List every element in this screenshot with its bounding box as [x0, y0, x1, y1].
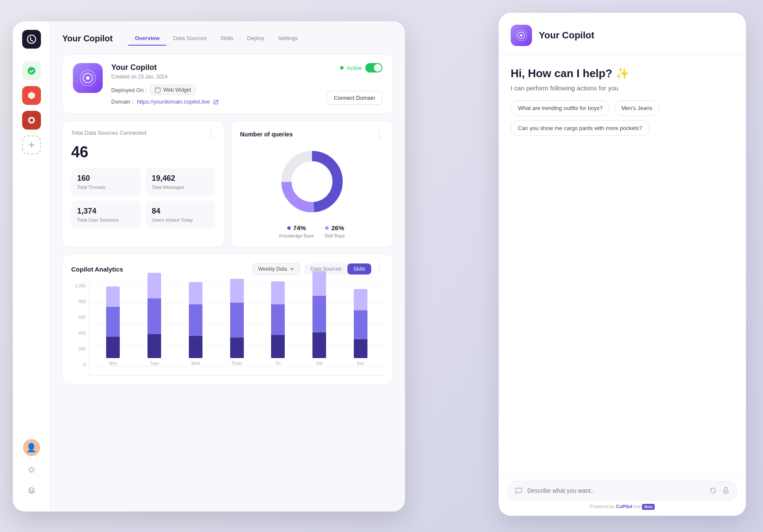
- sidebar: 👤: [13, 21, 50, 512]
- bar-seg-thurs-mid: [230, 303, 244, 338]
- stat-sub-label-messages: Total Messages: [152, 185, 209, 190]
- bar-seg-sat-mid: [312, 296, 326, 332]
- bar-label-mon: Mon: [109, 361, 117, 366]
- bar-seg-mon-mid: [106, 307, 120, 337]
- stats-grid: Total Data Sources Connected ⋮ 46 160 To…: [62, 121, 393, 247]
- weekly-dropdown[interactable]: Weekly Data: [252, 263, 300, 275]
- stat-sub-threads: 160 Total Threads: [71, 168, 141, 196]
- chat-header: Your Copilot: [499, 13, 746, 55]
- bar-group-fri: Fri: [259, 282, 298, 358]
- stat-sub-visitors: 84 Users Visited Today: [146, 201, 215, 228]
- web-widget-badge: Web Widget: [150, 85, 196, 95]
- chip-cargo-pants[interactable]: Can you show me cargo pants with more po…: [511, 120, 649, 136]
- stat-card-menu[interactable]: ⋮: [207, 130, 215, 139]
- brand-name: CoPilot: [616, 504, 633, 509]
- nav-tabs: Overview Data Sources Skills Deploy Sett…: [128, 32, 305, 46]
- legend-skill-base: 26% Skill Base: [324, 224, 345, 238]
- svg-point-3: [30, 468, 33, 471]
- tab-deploy[interactable]: Deploy: [240, 32, 271, 46]
- queries-donut-card: Number of queries ⋮: [231, 121, 393, 247]
- chart-area: Mon Tues: [89, 282, 384, 376]
- legend-dot-sb: [325, 226, 329, 230]
- sidebar-item-app3[interactable]: [22, 111, 41, 130]
- svg-point-12: [520, 34, 523, 37]
- connect-domain-button[interactable]: Connect Domain: [327, 91, 382, 105]
- tab-settings[interactable]: Settings: [271, 32, 305, 46]
- stat-sub-sessions: 1,374 Total User Sessions: [71, 201, 141, 228]
- weekly-label: Weekly Data: [258, 266, 287, 272]
- tab-data-sources[interactable]: Data Sources: [166, 32, 214, 46]
- bar-seg-thurs-top: [230, 279, 244, 303]
- svg-point-0: [28, 67, 35, 75]
- domain-label: Domain :: [111, 98, 133, 105]
- legend-label-sb: Skill Base: [324, 233, 345, 238]
- sidebar-item-app2[interactable]: [22, 86, 41, 105]
- bar-stack-mon: [106, 286, 120, 358]
- tab-overview[interactable]: Overview: [128, 32, 167, 46]
- active-toggle[interactable]: [365, 63, 382, 72]
- chip-mens-jeans[interactable]: Men's Jeans: [614, 100, 660, 116]
- y-axis: 1,000 800 600 400 200 0: [71, 282, 89, 376]
- bar-label-sat: Sat: [316, 361, 322, 366]
- settings-icon-button[interactable]: [24, 483, 39, 499]
- y-label-1000: 1,000: [75, 283, 86, 288]
- active-label: Active: [347, 65, 362, 71]
- bar-seg-sun-mid: [354, 310, 367, 339]
- bar-stack-sun: [354, 289, 367, 358]
- mic-icon[interactable]: [722, 486, 730, 495]
- bar-seg-mon-top: [106, 286, 120, 307]
- donut-title: Number of queries: [240, 131, 293, 138]
- app-logo: [22, 30, 41, 49]
- suggestion-chips: What are trending outfits for boys? Men'…: [511, 100, 734, 136]
- bar-stack-wed: [189, 282, 202, 358]
- chat-input-field[interactable]: [527, 487, 705, 494]
- stat-sub-grid: 160 Total Threads 19,462 Total Messages …: [71, 168, 215, 228]
- tab-skills[interactable]: Skills: [214, 32, 240, 46]
- deployed-label: Deployed On :: [111, 87, 147, 93]
- external-link-icon: [213, 99, 219, 105]
- tab-skills-analytics[interactable]: Skills: [347, 263, 371, 275]
- active-dot: [340, 66, 344, 69]
- main-content: Your Copilot Overview Data Sources Skill…: [50, 21, 405, 512]
- data-sources-stat-card: Total Data Sources Connected ⋮ 46 160 To…: [62, 121, 224, 247]
- legend-label-kb: Knowledge Base: [279, 233, 315, 238]
- sidebar-add-button[interactable]: [22, 136, 41, 154]
- analytics-card: Copilot Analytics Weekly Data Data Sourc…: [62, 254, 393, 385]
- legend-pct-kb: 74%: [293, 224, 306, 231]
- svg-point-10: [292, 162, 332, 201]
- donut-legend: 74% Knowledge Base 26% Skill Base: [279, 224, 345, 238]
- bar-group-thurs: Thurs: [217, 282, 256, 358]
- bar-group-sun: Sun: [341, 282, 380, 358]
- sidebar-item-active[interactable]: [22, 61, 41, 80]
- bar-group-mon: Mon: [94, 282, 133, 358]
- bar-seg-sun-top: [354, 289, 367, 310]
- copilot-created: Created on 23 Jan, 2024: [111, 74, 382, 80]
- bar-seg-thurs-bot: [230, 338, 244, 358]
- bar-stack-tues: [147, 273, 161, 358]
- donut-card-menu[interactable]: ⋮: [376, 130, 384, 139]
- gridline-5: [90, 366, 384, 367]
- web-widget-label: Web Widget: [163, 87, 191, 93]
- bar-seg-tues-mid: [147, 298, 161, 334]
- chat-subtitle: I can perform following actions for you: [511, 84, 734, 92]
- bar-group-sat: Sat: [300, 282, 339, 358]
- sun-icon-button[interactable]: [24, 462, 39, 477]
- bar-seg-sat-bot: [312, 332, 326, 358]
- chip-trending-outfits[interactable]: What are trending outfits for boys?: [511, 100, 610, 116]
- bar-stack-sat: [312, 271, 326, 358]
- sidebar-nav: [22, 61, 41, 439]
- refresh-icon[interactable]: [709, 486, 717, 495]
- y-label-0: 0: [83, 362, 86, 367]
- stat-sub-number-sessions: 1,374: [77, 207, 135, 216]
- bar-seg-sun-bot: [354, 339, 367, 358]
- user-avatar[interactable]: 👤: [23, 439, 40, 456]
- svg-rect-6: [155, 87, 160, 93]
- y-label-200: 200: [78, 347, 86, 351]
- domain-url[interactable]: https://yourdomain.copilot.live: [137, 98, 210, 105]
- donut-chart: [278, 147, 346, 216]
- analytics-menu[interactable]: ⋮: [376, 264, 384, 274]
- chat-title: Your Copilot: [539, 30, 594, 41]
- chat-input-area: Powered by CoPilot live Beta: [499, 474, 746, 516]
- bar-stack-thurs: [230, 279, 244, 358]
- bar-seg-mon-bot: [106, 337, 120, 358]
